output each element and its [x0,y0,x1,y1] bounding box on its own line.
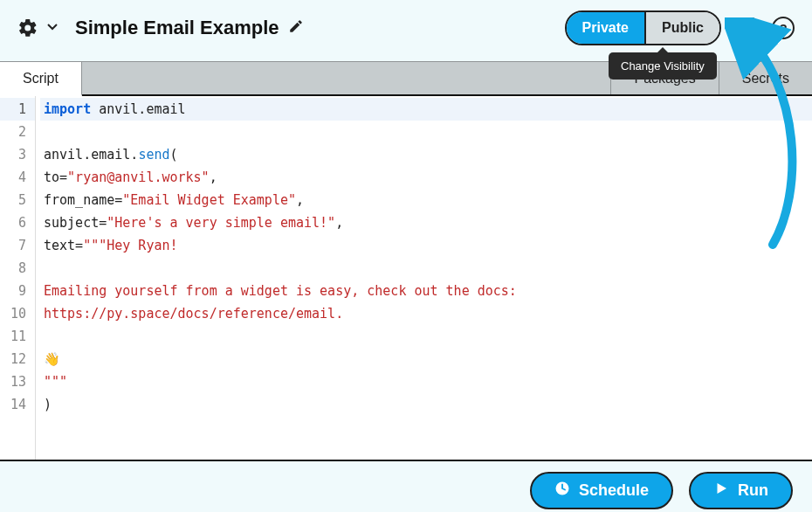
code-line[interactable]: """ [40,370,812,393]
code-area[interactable]: import anvil.email anvil.email.send(to="… [40,96,812,460]
svg-point-2 [749,31,755,38]
line-number: 8 [0,257,35,280]
visibility-private-button[interactable]: Private [567,12,646,44]
line-number: 12 [0,348,35,370]
code-line[interactable]: https://py.space/docs/reference/email. [40,302,812,325]
tab-secrets[interactable]: Secrets [719,62,812,94]
svg-line-3 [743,23,749,26]
svg-point-1 [738,25,744,31]
line-number: 6 [0,211,35,234]
code-line[interactable] [40,257,812,280]
code-line[interactable]: ) [40,393,812,416]
code-line[interactable]: to="ryan@anvil.works", [40,166,812,189]
visibility-toggle: Private Public [565,10,721,45]
svg-marker-6 [718,483,727,494]
footer-bar: Schedule Run [0,461,812,512]
line-number: 4 [0,166,35,189]
tab-script[interactable]: Script [0,62,82,96]
play-icon [713,481,729,501]
svg-point-0 [749,18,755,24]
clock-icon [554,481,570,501]
share-icon[interactable] [735,17,758,39]
line-number: 3 [0,143,35,166]
code-line[interactable] [40,121,812,143]
code-line[interactable]: from_name="Email Widget Example", [40,189,812,211]
run-button[interactable]: Run [689,472,793,509]
help-icon[interactable]: ? [772,17,795,39]
project-title: Simple Email Example [75,17,279,39]
line-number: 2 [0,121,35,143]
code-line[interactable] [40,325,812,348]
line-number: 1 [0,98,35,121]
run-label: Run [738,481,768,500]
chevron-down-icon[interactable] [45,19,59,37]
schedule-label: Schedule [579,481,649,500]
line-number: 7 [0,234,35,257]
code-line[interactable]: anvil.email.send( [40,143,812,166]
settings-icon[interactable] [17,17,38,38]
line-gutter: 1234567891011121314 [0,96,35,460]
line-number: 10 [0,302,35,325]
visibility-public-button[interactable]: Public [646,12,719,44]
code-line[interactable]: text="""Hey Ryan! [40,234,812,257]
line-number: 5 [0,189,35,211]
code-line[interactable]: import anvil.email [40,98,812,121]
code-editor[interactable]: 1234567891011121314 import anvil.email a… [0,96,812,461]
svg-line-4 [743,30,749,33]
code-line[interactable]: Emailing yourself from a widget is easy,… [40,280,812,302]
visibility-tooltip: Change Visibility [609,52,717,80]
line-number: 9 [0,280,35,302]
header-bar: Simple Email Example Private Public ? Ch… [0,0,812,56]
code-line[interactable]: 👋 [40,348,812,370]
line-number: 11 [0,325,35,348]
pencil-icon[interactable] [288,18,304,38]
line-number: 14 [0,393,35,416]
line-number: 13 [0,370,35,393]
code-line[interactable]: subject="Here's a very simple email!", [40,211,812,234]
schedule-button[interactable]: Schedule [530,472,673,509]
